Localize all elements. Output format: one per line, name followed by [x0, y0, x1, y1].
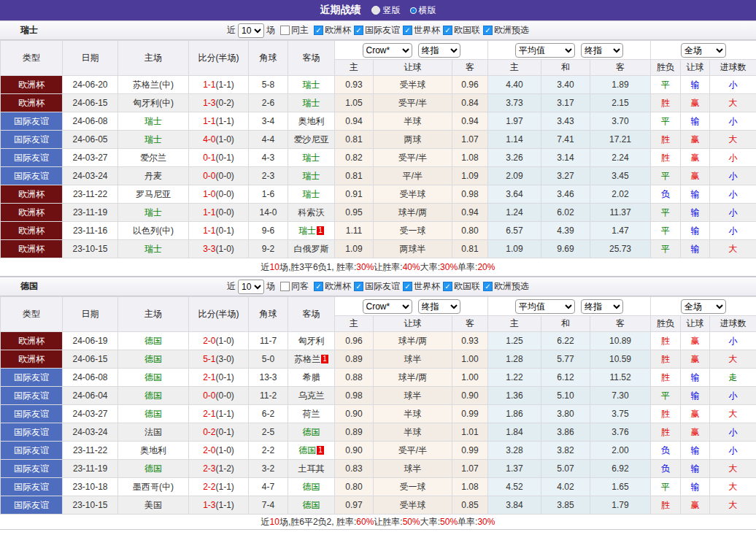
avg-type-select[interactable]: 平均值 — [515, 43, 575, 58]
wdl-result-cell: 平 — [651, 222, 681, 240]
checkbox-checked-icon: ✓ — [483, 282, 493, 291]
goals-result-cell: 小 — [710, 222, 756, 240]
avg-away-cell: 1.65 — [590, 478, 651, 496]
odds-home-cell: 0.94 — [335, 112, 374, 131]
avg-home-cell: 1.97 — [488, 112, 541, 131]
avg-away-cell: 25.73 — [590, 240, 651, 258]
avg-draw-cell: 3.80 — [541, 405, 590, 423]
checkbox-checked-icon: ✓ — [443, 282, 452, 291]
summary-stat-value: 40% — [403, 262, 420, 272]
match-count-select[interactable]: 10 — [238, 280, 264, 294]
avg-time-select[interactable]: 终指 — [581, 299, 623, 314]
odds-home-cell: 1.05 — [335, 94, 374, 112]
league-type-cell: 国际友谊 — [1, 460, 63, 478]
league-checkbox[interactable]: ✓国际友谊 — [354, 280, 400, 293]
league-label: 欧国联 — [454, 24, 480, 36]
handicap-result-cell: 赢 — [681, 94, 710, 112]
league-type-cell: 国际友谊 — [1, 149, 63, 167]
league-type-cell: 欧洲杯 — [1, 332, 63, 350]
summary-text: 单率: — [458, 261, 477, 274]
corner-cell: 3-4 — [249, 112, 288, 131]
away-team-name: 匈牙利 — [298, 336, 325, 346]
match-row: 欧洲杯24-06-15德国5-1(3-0)5-0苏格兰10.89球半1.001.… — [1, 350, 756, 369]
goals-result-cell: 小 — [710, 387, 756, 405]
handicap-cell: 球半 — [374, 460, 452, 478]
avg-away-cell: 3.70 — [590, 112, 651, 131]
avg-away-cell: 1.79 — [590, 496, 651, 515]
match-row: 国际友谊24-06-08德国2-1(0-1)13-3希腊0.88球半/两1.00… — [1, 369, 756, 387]
away-team-cell: 瑞士 — [288, 94, 335, 112]
halftime-score: (1-1) — [216, 482, 234, 492]
date-cell: 24-03-27 — [63, 149, 118, 167]
league-checkbox[interactable]: ✓国际友谊 — [354, 24, 400, 36]
halftime-score: (0-0) — [216, 189, 234, 199]
odds-away-cell: 0.94 — [452, 112, 488, 131]
away-team-cell: 乌克兰 — [288, 387, 335, 405]
sub-header-avg-draw: 和 — [541, 60, 590, 76]
avg-draw-cell: 3.82 — [541, 442, 590, 460]
league-checkbox[interactable]: ✓世界杯 — [403, 24, 440, 36]
checkbox-checked-icon: ✓ — [483, 26, 493, 35]
handicap-result-cell: 赢 — [681, 350, 710, 369]
league-checkbox[interactable]: ✓欧国联 — [443, 24, 480, 36]
avg-draw-cell: 3.17 — [541, 94, 590, 112]
handicap-cell: 平/半 — [374, 167, 452, 185]
odds-time-select[interactable]: 终指 — [418, 299, 460, 314]
odds-home-cell: 0.91 — [335, 185, 374, 204]
avg-home-cell: 1.37 — [488, 460, 541, 478]
halftime-score: (0-1) — [216, 372, 234, 382]
avg-away-cell: 2.00 — [590, 442, 651, 460]
league-checkbox[interactable]: ✓欧洲预选 — [483, 280, 529, 293]
avg-time-select[interactable]: 终指 — [581, 43, 623, 58]
home-team-name: 瑞士 — [144, 116, 162, 126]
radio-horizontal-layout[interactable]: 横版 — [411, 4, 436, 17]
same-venue-checkbox[interactable]: 同客 — [280, 280, 309, 293]
odds-away-cell: 0.96 — [452, 76, 488, 94]
odds-away-cell: 1.07 — [452, 460, 488, 478]
odds-company-select[interactable]: Crow* — [363, 299, 412, 314]
score-cell: 2-0(1-0) — [189, 442, 249, 460]
summary-stat-value: 20% — [477, 262, 495, 272]
score-cell: 1-1(0-0) — [189, 204, 249, 222]
league-checkbox[interactable]: ✓欧洲预选 — [483, 24, 529, 36]
odds-away-cell: 0.99 — [452, 405, 488, 423]
away-team-name: 德国 — [298, 445, 316, 455]
league-checkbox[interactable]: ✓欧洲杯 — [314, 280, 351, 293]
scope-select[interactable]: 全场 — [681, 43, 726, 58]
avg-away-cell: 2.02 — [590, 185, 651, 204]
odds-company-select[interactable]: Crow* — [363, 43, 412, 58]
league-checkbox[interactable]: ✓世界杯 — [403, 280, 440, 293]
handicap-cell: 受半球 — [374, 76, 452, 94]
fulltime-score: 1-3 — [203, 500, 215, 510]
same-venue-checkbox[interactable]: 同主 — [280, 24, 309, 36]
handicap-result-cell: 输 — [681, 442, 710, 460]
home-team-cell: 美国 — [118, 496, 189, 515]
avg-draw-cell: 7.41 — [541, 131, 590, 149]
score-cell: 1-3(1-1) — [189, 496, 249, 515]
checkbox-checked-icon: ✓ — [314, 26, 323, 35]
scope-select[interactable]: 全场 — [681, 299, 726, 314]
away-team-name: 土耳其 — [298, 463, 325, 474]
odds-selects-cell: Crow*终指 — [335, 41, 488, 60]
odds-away-cell: 0.99 — [452, 442, 488, 460]
score-cell: 2-2(1-1) — [189, 478, 249, 496]
date-cell: 24-06-04 — [63, 387, 118, 405]
date-cell: 24-06-19 — [63, 332, 118, 350]
avg-selects-cell: 平均值终指 — [488, 297, 651, 316]
avg-type-select[interactable]: 平均值 — [515, 299, 575, 314]
league-checkbox[interactable]: ✓欧洲杯 — [314, 24, 351, 36]
odds-away-cell: 1.09 — [452, 167, 488, 185]
col-header-away: 客场 — [288, 41, 335, 76]
radio-vertical-layout[interactable]: 竖版 — [371, 4, 401, 17]
odds-home-cell: 0.93 — [335, 76, 374, 94]
away-team-cell: 德国 — [288, 478, 335, 496]
league-checkbox[interactable]: ✓欧国联 — [443, 280, 480, 293]
odds-home-cell: 0.96 — [335, 332, 374, 350]
col-header-type: 类型 — [1, 297, 63, 332]
summary-text: 场,胜3平6负1, 胜率: — [279, 261, 356, 274]
home-team-cell: 德国 — [118, 332, 189, 350]
odds-time-select[interactable]: 终指 — [418, 43, 460, 58]
handicap-cell: 受半球 — [374, 496, 452, 515]
match-count-select[interactable]: 10 — [238, 23, 264, 38]
date-cell: 23-11-22 — [63, 442, 118, 460]
